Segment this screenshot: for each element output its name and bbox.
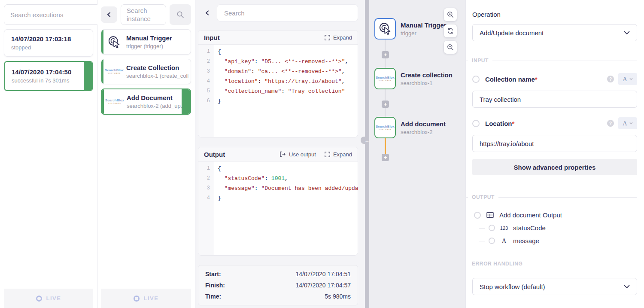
chevron-down-icon [629,78,633,80]
number-type-icon: 123 [499,226,509,231]
code-line: 3 "domain": "ca... <**--removed--**>", [198,67,358,76]
live-indicator-icon [134,296,140,302]
connector-line-active [385,138,386,154]
output-card-header: Output Use output Expand [198,147,358,162]
connector-line [385,89,386,101]
workflow-canvas[interactable]: Manual Trigger trigger SearchBloxSOFTWAR… [369,0,465,308]
location-input[interactable] [472,135,637,152]
step-item-add-document[interactable]: SearchBloxSOFTWARE Add Document searchbl… [101,88,191,115]
output-code-editor[interactable]: 1{2 "statusCode": 1001,3 "message": "Doc… [198,162,358,255]
instance-search-input[interactable]: Search instance [121,4,166,25]
execution-status: successful in 7s 301ms [12,77,85,84]
code-line: 2 "api_key": "D5... <**--removed--**>", [198,57,358,67]
collection-name-field-row: Collection name* A [472,73,637,85]
execution-item-selected[interactable]: 14/07/2020 17:04:50 successful in 7s 301… [4,61,93,91]
code-line: 1{ [198,47,358,57]
field-type-selector[interactable]: A [618,117,637,129]
output-tree-children: 123 statusCode A message [479,224,637,244]
zoom-in-button[interactable] [444,8,457,21]
mapping-radio[interactable] [474,212,481,219]
operation-label: Operation [472,11,637,18]
live-label: LIVE [46,295,61,302]
mapping-radio[interactable] [489,238,495,244]
io-search-row [198,4,358,21]
reset-zoom-button[interactable] [444,24,457,37]
operation-value: Add/Update document [480,29,544,37]
location-label: Location* [485,120,514,127]
searchblox-logo-icon: SearchBloxSOFTWARE [376,76,395,82]
collection-name-label: Collection name* [485,76,538,83]
instance-search-button[interactable] [170,4,191,25]
manual-trigger-node[interactable] [374,18,396,40]
instance-search-row: Search instance [101,4,191,25]
chevron-down-icon [624,285,630,289]
step-item-create-collection[interactable]: SearchBloxSOFTWARE Create Collection sea… [101,59,191,84]
expand-input-button[interactable]: Expand [325,34,352,41]
instance-panel: Search instance Manual Trigger trigger (… [97,0,195,308]
output-tree-root[interactable]: Add document Output [474,211,637,219]
mapping-radio[interactable] [472,120,480,127]
output-section-divider: OUTPUT [472,194,637,200]
input-code-editor[interactable]: 1{2 "api_key": "D5... <**--removed--**>"… [198,45,358,137]
add-document-node[interactable]: SearchBloxSOFTWARE [374,117,396,138]
step-subtitle: searchblox-2 (add_up... [127,103,185,109]
workflow-node-add-document: SearchBloxSOFTWARE Add document searchbl… [374,117,446,138]
code-line: 2 "statusCode": 1001, [198,174,358,183]
help-icon[interactable] [607,120,614,127]
manual-trigger-icon [106,35,122,49]
help-icon[interactable] [607,76,614,82]
error-handling-dropdown[interactable]: Stop workflow (default) [472,278,637,295]
add-step-button[interactable] [382,154,389,161]
timing-row-start: Start: 14/07/2020 17:04:51 [205,271,351,278]
zoom-in-icon [447,11,454,18]
step-subtitle: trigger (trigger) [126,43,172,49]
operation-dropdown[interactable]: Add/Update document [472,24,637,41]
node-title: Add document [401,120,446,128]
output-tree-item-statuscode[interactable]: 123 statusCode [479,224,637,232]
use-output-button[interactable]: Use output [279,151,316,158]
add-step-button[interactable] [382,51,389,58]
add-step-button[interactable] [382,101,389,108]
error-handling-section-divider: ERROR HANDLING [472,261,637,267]
execution-timestamp: 14/07/2020 17:03:18 [11,35,86,43]
expand-output-button[interactable]: Expand [325,151,352,158]
output-card: Output Use output Expand 1{2 "statusCode… [198,147,358,256]
node-subtitle: searchblox-2 [401,129,446,135]
node-subtitle: searchblox-1 [401,80,453,86]
output-title: Output [204,151,225,158]
mapping-radio[interactable] [489,225,495,231]
step-item-manual-trigger[interactable]: Manual Trigger trigger (trigger) [101,29,191,55]
instance-live-footer[interactable]: LIVE [101,289,191,308]
collapse-panel-button[interactable] [101,6,117,23]
field-type-selector[interactable]: A [618,73,637,85]
string-type-icon: A [499,238,509,244]
show-advanced-properties-button[interactable]: Show advanced properties [472,159,637,175]
expand-icon [325,152,330,157]
searchblox-logo-icon: SearchBloxSOFTWARE [107,99,122,104]
collapse-io-panel-button[interactable] [198,10,217,15]
executions-live-footer[interactable]: LIVE [4,289,93,308]
location-field-row: Location* A [472,117,637,129]
input-title: Input [204,34,220,41]
step-subtitle: searchblox-1 (create_colle... [126,73,188,79]
workflow-node-create-collection: SearchBloxSOFTWARE Create collection sea… [374,68,453,89]
input-section-divider: INPUT [472,58,637,64]
input-card: Input Expand 1{2 "api_key": "D5... <**--… [198,30,358,137]
panel-resize-divider[interactable] [365,0,369,308]
create-collection-node[interactable]: SearchBloxSOFTWARE [374,68,396,89]
zoom-out-button[interactable] [444,41,457,54]
table-icon [486,212,494,218]
chevron-left-icon [106,12,112,17]
timing-row-time: Time: 5s 980ms [205,293,351,300]
use-output-icon [279,151,286,157]
mapping-radio[interactable] [472,76,480,83]
node-title: Manual Trigger [401,21,447,29]
step-title: Add Document [127,94,185,101]
execution-item[interactable]: 14/07/2020 17:03:18 stopped [4,29,93,57]
executions-search-input[interactable] [4,4,102,25]
output-tree-item-message[interactable]: A message [479,237,637,244]
collection-name-input[interactable] [472,91,637,108]
searchblox-logo-icon: SearchBloxSOFTWARE [106,69,122,74]
io-search-input[interactable] [217,4,358,21]
properties-panel: Operation Add/Update document INPUT Coll… [465,0,644,308]
